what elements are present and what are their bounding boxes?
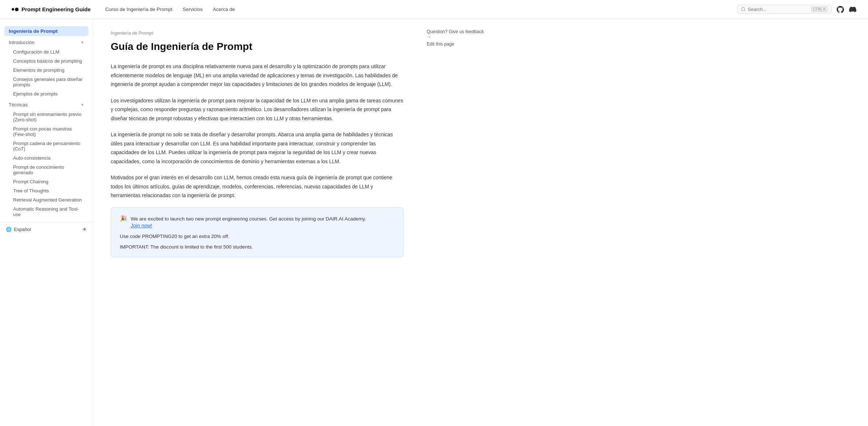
announcement-main-row: 🎉 We are excited to launch two new promp… [120, 215, 394, 229]
nav-link-curso[interactable]: Curso de Ingeniería de Prompt [105, 7, 173, 12]
sidebar-item-prompt-chaining[interactable]: Prompt Chaining [0, 177, 93, 186]
sidebar-item-consejos[interactable]: Consejos generales para diseñar prompts [0, 75, 93, 89]
sidebar-item-conocimiento[interactable]: Prompt de conocimiento generado [0, 163, 93, 177]
paragraph-2: Los investigadores utilizan la ingenierí… [111, 96, 403, 123]
sidebar-item-autoconsistencia[interactable]: Auto-consistencia [0, 153, 93, 163]
search-shortcut: CTRL K [811, 7, 828, 12]
search-box[interactable]: CTRL K [737, 5, 832, 14]
nav-link-servicios[interactable]: Servicios [183, 7, 203, 12]
search-input[interactable] [748, 7, 809, 12]
sidebar-item-fewshot[interactable]: Prompt con pocas muestras (Few-shot) [0, 124, 93, 139]
sidebar: Ingeniería de Prompt Introducción ▼ Conf… [0, 19, 93, 426]
logo-dot-large [15, 8, 19, 11]
logo-text: Prompt Engineering Guide [21, 6, 91, 12]
paragraph-1: La ingeniería de prompt es una disciplin… [111, 62, 403, 89]
sidebar-group-introduccion: Introducción ▼ Configuración de LLM Conc… [0, 38, 93, 98]
svg-point-0 [741, 8, 745, 11]
sidebar-group-label-introduccion: Introducción [9, 40, 35, 45]
github-icon[interactable] [837, 6, 844, 13]
theme-toggle[interactable]: ☀ [82, 226, 87, 233]
sidebar-item-zeroshot[interactable]: Prompt sin entrenamiento previo (Zero-sh… [0, 110, 93, 124]
breadcrumb: Ingeniería de Prompt [111, 31, 403, 36]
announcement-emoji: 🎉 [120, 215, 127, 222]
svg-line-1 [744, 10, 745, 11]
sidebar-active-item[interactable]: Ingeniería de Prompt [4, 26, 88, 36]
announcement-text-content: We are excited to launch two new prompt … [131, 216, 366, 222]
announcement-link[interactable]: Join now! [131, 223, 152, 228]
chevron-down-icon: ▼ [80, 40, 84, 44]
paragraph-4: Motivados por el gran interés en el desa… [111, 173, 403, 200]
main-content: Ingeniería de Prompt Guía de Ingeniería … [93, 19, 421, 426]
nav-links: Curso de Ingeniería de Prompt Servicios … [105, 7, 737, 12]
announcement-important: IMPORTANT: The discount is limited to th… [120, 244, 394, 250]
topnav: Prompt Engineering Guide Curso de Ingeni… [0, 0, 868, 19]
search-icon [741, 7, 746, 12]
sidebar-item-rag[interactable]: Retrieval Augmented Generation [0, 195, 93, 204]
paragraph-3: La ingeniería de prompt no solo se trata… [111, 130, 403, 166]
chevron-down-icon-tecnicas: ▼ [80, 103, 84, 107]
logo-icon [12, 8, 19, 11]
announcement-main-text: We are excited to launch two new prompt … [131, 215, 366, 229]
page-title: Guía de Ingeniería de Prompt [111, 40, 403, 53]
right-sidebar: Question? Give us feedback → Edit this p… [421, 19, 494, 426]
sidebar-item-art[interactable]: Automatic Reasoning and Tool-use [0, 204, 93, 219]
sidebar-footer: 🌐 Español ☀ [0, 222, 93, 237]
sidebar-group-header-tecnicas[interactable]: Técnicas ▼ [0, 100, 93, 110]
logo-dot-small [12, 8, 14, 11]
globe-icon: 🌐 [6, 227, 12, 232]
logo[interactable]: Prompt Engineering Guide [12, 6, 91, 12]
feedback-link[interactable]: Question? Give us feedback → [427, 29, 488, 39]
sidebar-group-tecnicas: Técnicas ▼ Prompt sin entrenamiento prev… [0, 100, 93, 219]
sidebar-item-ejemplos[interactable]: Ejemplos de prompts [0, 89, 93, 98]
announcement-box: 🎉 We are excited to launch two new promp… [111, 207, 403, 258]
sidebar-item-tree-of-thoughts[interactable]: Tree of Thoughts [0, 186, 93, 195]
language-label: Español [14, 227, 31, 232]
sidebar-item-cot[interactable]: Prompt cadena de pensamiento (CoT) [0, 139, 93, 153]
page-layout: Ingeniería de Prompt Introducción ▼ Conf… [0, 19, 868, 426]
announcement-code: Use code PROMPTING20 to get an extra 20%… [120, 234, 394, 239]
sidebar-item-configuracion[interactable]: Configuración de LLM [0, 47, 93, 56]
nav-link-acerca[interactable]: Acerca de [213, 7, 235, 12]
sidebar-item-elementos[interactable]: Elementos de prompting [0, 66, 93, 75]
discord-icon[interactable] [849, 6, 856, 13]
sidebar-group-header-introduccion[interactable]: Introducción ▼ [0, 38, 93, 47]
sidebar-group-label-tecnicas: Técnicas [9, 102, 28, 108]
edit-page-link[interactable]: Edit this page [427, 42, 488, 47]
sidebar-item-conceptos[interactable]: Conceptos básicos de prompting [0, 56, 93, 66]
language-selector[interactable]: 🌐 Español [6, 227, 31, 232]
nav-icons [837, 6, 856, 13]
